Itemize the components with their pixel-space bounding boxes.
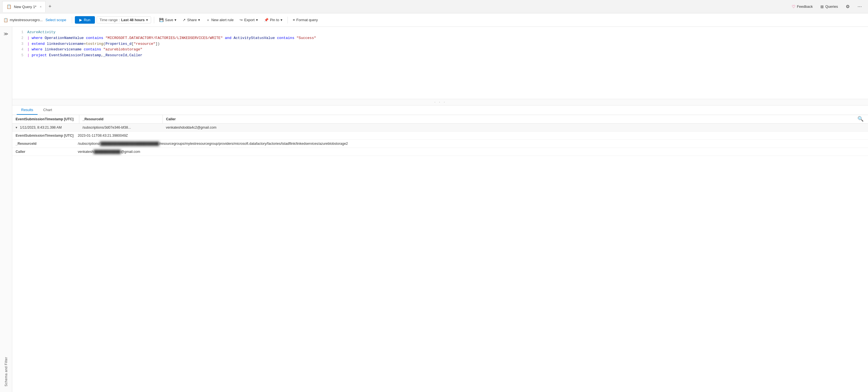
row-resourceid: /subscriptions/3d07e346-bf38...: [79, 124, 162, 132]
pin-icon: 📌: [264, 18, 269, 22]
tab-bar: 📋 New Query 1* × + ♡ Feedback ⊞ Queries …: [0, 0, 868, 13]
code-line-2: 2 | where OperationNameValue contains "M…: [12, 35, 868, 41]
export-button[interactable]: ↪ Export ▾: [237, 17, 260, 23]
detail-label-resourceid: _ResourceId: [16, 142, 77, 146]
more-icon: ⋯: [858, 4, 862, 9]
queries-icon: ⊞: [820, 4, 824, 9]
time-range-chevron: ▾: [146, 18, 148, 22]
share-chevron: ▾: [198, 18, 200, 22]
tab-icon: 📋: [6, 4, 12, 9]
heart-icon: ♡: [792, 4, 795, 9]
detail-row-timestamp: EventSubmissionTimestamp [UTC] 2023-01-1…: [12, 132, 868, 140]
select-scope-button[interactable]: Select scope: [44, 17, 67, 23]
detail-row-caller: Caller venkatesh███████████@gmail.com: [12, 148, 868, 156]
detail-label-timestamp: EventSubmissionTimestamp [UTC]: [16, 133, 77, 138]
toolbar-divider-1: [72, 17, 72, 23]
scope-area: 📋 mytestresourcegro... Select scope: [3, 17, 67, 23]
collapse-button[interactable]: ≫: [2, 30, 10, 38]
time-range-value: Last 48 hours: [121, 18, 145, 22]
row-caller: venkateshdodda4c2@gmail.com: [162, 124, 868, 132]
tab-title: New Query 1*: [14, 5, 36, 9]
toolbar: 📋 mytestresourcegro... Select scope ▶ Ru…: [0, 13, 868, 27]
detail-value-timestamp: 2023-01-11T08:43:21.3980049Z: [78, 133, 128, 138]
pin-to-button[interactable]: 📌 Pin to ▾: [262, 17, 285, 23]
run-button[interactable]: ▶ Run: [75, 16, 95, 24]
run-label: Run: [84, 18, 90, 22]
code-editor[interactable]: 1 AzureActivity 2 | where OperationNameV…: [12, 27, 868, 99]
pin-chevron: ▾: [281, 18, 282, 22]
new-alert-button[interactable]: ＋ New alert rule: [204, 17, 236, 24]
row-expand-button[interactable]: ▾: [16, 126, 17, 129]
code-content-2: | where OperationNameValue contains "MIC…: [27, 35, 865, 41]
save-chevron: ▾: [175, 18, 177, 22]
share-icon: ↗: [183, 18, 186, 22]
share-button[interactable]: ↗ Share ▾: [180, 17, 202, 23]
line-num-5: 5: [16, 53, 23, 58]
results-tabs: Results Chart: [12, 105, 868, 115]
alert-icon: ＋: [206, 18, 210, 23]
settings-icon: ⚙: [846, 4, 849, 9]
col-header-resourceid: _ResourceId: [79, 115, 162, 124]
row-timestamp: ▾ 1/11/2023, 8:43:21.398 AM: [12, 124, 79, 132]
tab-results[interactable]: Results: [17, 105, 37, 115]
results-area: Results Chart EventSubmissionTimestamp […: [12, 105, 868, 392]
table-header-row: EventSubmissionTimestamp [UTC] _Resource…: [12, 115, 868, 124]
drag-handle[interactable]: · · ·: [12, 99, 868, 105]
search-icon[interactable]: 🔍: [858, 116, 864, 122]
line-num-2: 2: [16, 36, 23, 41]
line-num-4: 4: [16, 47, 23, 52]
detail-label-caller: Caller: [16, 150, 77, 154]
code-line-1: 1 AzureActivity: [12, 30, 868, 35]
detail-row-resourceid: _ResourceId /subscriptions/█████████████…: [12, 140, 868, 148]
detail-value-caller: venkatesh███████████@gmail.com: [78, 150, 140, 154]
feedback-label: Feedback: [797, 4, 813, 9]
left-panel: ≫ Schema and Filter: [0, 27, 12, 392]
more-button[interactable]: ⋯: [856, 3, 864, 10]
scope-text: mytestresourcegro...: [10, 18, 43, 22]
col-header-timestamp: EventSubmissionTimestamp [UTC]: [12, 115, 79, 124]
toolbar-divider-2: [154, 17, 154, 23]
queries-button[interactable]: ⊞ Queries: [819, 3, 840, 10]
top-right-area: ♡ Feedback ⊞ Queries ⚙ ⋯: [790, 3, 868, 10]
code-content-3: | extend linkedservicename=tostring(Prop…: [27, 41, 865, 47]
feedback-button[interactable]: ♡ Feedback: [790, 3, 814, 10]
editor-section: 1 AzureActivity 2 | where OperationNameV…: [12, 27, 868, 392]
toolbar-divider-3: [287, 17, 288, 23]
settings-button[interactable]: ⚙: [844, 3, 851, 10]
queries-label: Queries: [825, 4, 838, 9]
time-range-button[interactable]: Time range : Last 48 hours ▾: [97, 17, 151, 23]
detail-value-resourceid: /subscriptions/████████████████████████/…: [78, 142, 348, 146]
tab-chart[interactable]: Chart: [39, 105, 57, 115]
export-icon: ↪: [240, 18, 243, 22]
results-table: EventSubmissionTimestamp [UTC] _Resource…: [12, 115, 868, 156]
format-query-button[interactable]: ≡ Format query: [290, 17, 320, 23]
export-chevron: ▾: [256, 18, 258, 22]
pin-to-label: Pin to: [270, 18, 279, 22]
add-tab-button[interactable]: +: [45, 1, 54, 12]
query-tab[interactable]: 📋 New Query 1* ×: [2, 1, 45, 12]
export-label: Export: [244, 18, 255, 22]
scope-icon: 📋: [3, 18, 8, 22]
tab-close-button[interactable]: ×: [40, 5, 41, 8]
line-num-3: 3: [16, 41, 23, 47]
code-line-5: 5 | project EventSubmissionTimestamp,_Re…: [12, 53, 868, 58]
code-line-3: 3 | extend linkedservicename=tostring(Pr…: [12, 41, 868, 47]
table-row[interactable]: ▾ 1/11/2023, 8:43:21.398 AM /subscriptio…: [12, 124, 868, 132]
save-label: Save: [165, 18, 174, 22]
schema-filter-label[interactable]: Schema and Filter: [4, 357, 8, 386]
format-icon: ≡: [293, 18, 295, 22]
main-layout: ≫ Schema and Filter 1 AzureActivity 2 | …: [0, 27, 868, 392]
line-num-1: 1: [16, 30, 23, 35]
code-content-5: | project EventSubmissionTimestamp,_Reso…: [27, 53, 865, 58]
code-content-4: | where linkedservicename contains "azur…: [27, 47, 865, 53]
new-alert-label: New alert rule: [211, 18, 234, 22]
time-range-prefix: Time range :: [100, 18, 120, 22]
code-line-4: 4 | where linkedservicename contains "az…: [12, 47, 868, 53]
share-label: Share: [187, 18, 197, 22]
save-icon: 💾: [159, 18, 164, 22]
run-icon: ▶: [79, 18, 82, 22]
save-button[interactable]: 💾 Save ▾: [157, 17, 179, 23]
format-query-label: Format query: [297, 18, 318, 22]
col-header-caller: Caller: [162, 115, 868, 124]
code-content-1: AzureActivity: [27, 30, 865, 35]
